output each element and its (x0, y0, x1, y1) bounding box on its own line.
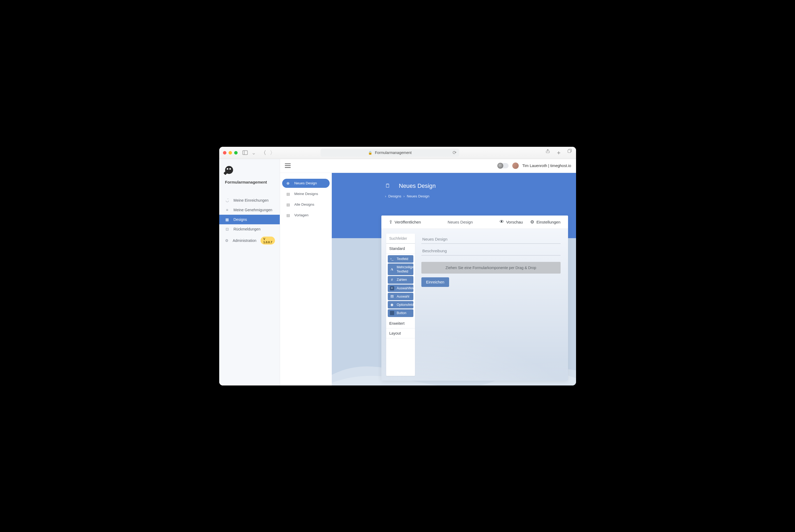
version-badge: V 1.0.0.7 (260, 236, 275, 245)
subnav-label: Alle Designs (294, 203, 314, 207)
nav-label: Rückmeldungen (234, 227, 260, 231)
subnav-new-design[interactable]: ⊕ Neues Design (282, 179, 330, 188)
page-title: Neues Design (399, 183, 436, 189)
radio-icon: ◉ (390, 303, 394, 307)
chevron-right-icon: › (385, 194, 386, 198)
palette-textfeld[interactable]: ›_ Textfeld (388, 255, 413, 263)
theme-toggle[interactable] (498, 163, 509, 168)
settings-label: Einstellungen (536, 220, 560, 224)
content-column: Tim Lauenroth | timeghost.io ⊕ Neues Des… (280, 159, 576, 385)
nav-my-approvals[interactable]: ≡ Meine Genehmigungen (219, 205, 280, 215)
nav-label: Administration (233, 239, 256, 243)
publish-button[interactable]: ⇪ Veröffentlichen (389, 219, 421, 225)
palette-section-standard[interactable]: Standard (386, 244, 415, 253)
breadcrumb-designs[interactable]: Designs (388, 194, 401, 198)
chip-label: Zahlen (397, 278, 411, 282)
nav-administration[interactable]: ⚙ Administration V 1.0.0.7 › (219, 234, 280, 247)
preview-button[interactable]: 👁 Vorschau (500, 219, 523, 225)
theme-toggle-knob (498, 163, 503, 169)
nav-my-submissions[interactable]: ◡̈ Meine Einreichungen (219, 195, 280, 205)
submit-button[interactable]: Einreichen (421, 277, 449, 287)
svg-rect-0 (242, 151, 247, 155)
editor-title: Neues Design (421, 220, 499, 224)
palette-auswahlfelder[interactable]: ＋ Auswahlfelder (388, 285, 413, 292)
reload-icon[interactable]: ⟳ (453, 150, 456, 156)
share-icon[interactable] (545, 149, 550, 153)
primary-nav: ◡̈ Meine Einreichungen ≡ Meine Genehmigu… (219, 195, 280, 247)
maximize-window-button[interactable] (234, 151, 238, 154)
palette-optionsfeld[interactable]: ◉ Optionsfeld (388, 301, 413, 308)
new-tab-icon[interactable]: ＋ (556, 149, 562, 157)
gear-icon: ⚙ (225, 239, 229, 243)
settings-button[interactable]: ⚙ Einstellungen (530, 219, 560, 225)
close-window-button[interactable] (223, 151, 227, 154)
address-bar[interactable]: 🔒 Formularmanagement ⟳ (321, 149, 459, 157)
browser-chrome: ⌄ 〈 〉 🔒 Formularmanagement ⟳ ＋ (219, 147, 576, 159)
nav-forward-button[interactable]: 〉 (270, 149, 275, 156)
chevron-right-icon: › (403, 194, 405, 198)
subnav-all-designs[interactable]: ▤ Alle Designs (282, 200, 330, 209)
breadcrumb-current[interactable]: Neues Design (407, 194, 429, 198)
list-icon: ▤ (286, 213, 291, 217)
share-icon: ⇪ (389, 219, 393, 225)
subnav-my-designs[interactable]: ▤ Meine Designs (282, 189, 330, 198)
palette-zahlen[interactable]: # Zahlen (388, 276, 413, 283)
designs-icon: ▦ (225, 217, 229, 222)
subnav-label: Meine Designs (294, 192, 318, 196)
user-icon: ◡̈ (225, 198, 229, 203)
svg-rect-3 (568, 150, 571, 153)
approvals-icon: ≡ (225, 208, 229, 212)
palette-button[interactable]: Button (388, 309, 413, 317)
lock-icon: 🔒 (368, 151, 372, 155)
clipboard-icon: 🗒 (385, 183, 391, 189)
editor-toolbar: ⇪ Veröffentlichen Neues Design 👁 Vorscha… (381, 215, 568, 229)
square-icon (390, 311, 394, 315)
traffic-lights (223, 151, 238, 154)
app-title: Formularmanagement (225, 180, 274, 184)
sub-nav: ⊕ Neues Design ▤ Meine Designs ▤ Alle De… (280, 173, 332, 385)
subnav-templates[interactable]: ▤ Vorlagen (282, 211, 330, 220)
browser-window: ⌄ 〈 〉 🔒 Formularmanagement ⟳ ＋ Formularm… (219, 147, 576, 385)
chip-label: Mehrzeiliges Textfeld (397, 265, 415, 274)
nav-feedback[interactable]: ⊡ Rückmeldungen (219, 224, 280, 234)
breadcrumb: › Designs › Neues Design (385, 194, 576, 198)
nav-label: Meine Einreichungen (234, 198, 269, 203)
tabs-icon[interactable] (567, 149, 572, 153)
plus-circle-icon: ⊕ (286, 181, 291, 185)
palette-mehrzeiliges-textfeld[interactable]: A Mehrzeiliges Textfeld (388, 264, 413, 276)
preview-label: Vorschau (506, 220, 523, 224)
list-icon: ▤ (390, 294, 394, 299)
topbar: Tim Lauenroth | timeghost.io (280, 159, 576, 173)
eye-icon: 👁 (500, 219, 504, 225)
nav-label: Meine Genehmigungen (234, 208, 273, 212)
chevron-down-icon[interactable]: ⌄ (252, 149, 256, 156)
nav-designs[interactable]: ▦ Designs (219, 215, 280, 224)
terminal-icon: ›_ (390, 257, 394, 261)
menu-toggle-button[interactable] (285, 164, 291, 168)
subnav-label: Neues Design (294, 181, 317, 185)
plus-square-icon: ＋ (390, 286, 394, 290)
minimize-window-button[interactable] (229, 151, 232, 154)
sidebar-toggle-icon[interactable] (242, 150, 248, 155)
palette-section-layout[interactable]: Layout (386, 328, 415, 338)
publish-label: Veröffentlichen (395, 220, 421, 224)
palette-auswahl[interactable]: ▤ Auswahl (388, 293, 413, 300)
palette-search[interactable]: Suchfelder (386, 234, 415, 244)
user-label[interactable]: Tim Lauenroth | timeghost.io (522, 164, 571, 168)
hash-icon: # (390, 278, 394, 282)
chip-label: Button (397, 311, 411, 315)
nav-back-button[interactable]: 〈 (261, 149, 266, 156)
design-description-input[interactable] (421, 246, 561, 255)
below-topbar: ⊕ Neues Design ▤ Meine Designs ▤ Alle De… (280, 173, 576, 385)
list-icon: ▤ (286, 192, 291, 196)
sidebar: Formularmanagement ◡̈ Meine Einreichunge… (219, 159, 280, 385)
subnav-label: Vorlagen (294, 213, 309, 217)
chip-label: Optionsfeld (397, 303, 414, 307)
design-name-input[interactable] (421, 235, 561, 244)
app: Formularmanagement ◡̈ Meine Einreichunge… (219, 159, 576, 385)
main: 🗒 Neues Design › Designs › Neues Design (332, 173, 576, 385)
dropzone[interactable]: Ziehen Sie eine Formularkomponente per D… (421, 262, 561, 273)
palette-section-advanced[interactable]: Erweitert (386, 319, 415, 328)
avatar[interactable] (512, 163, 519, 169)
chip-label: Auswahlfelder (397, 286, 415, 290)
